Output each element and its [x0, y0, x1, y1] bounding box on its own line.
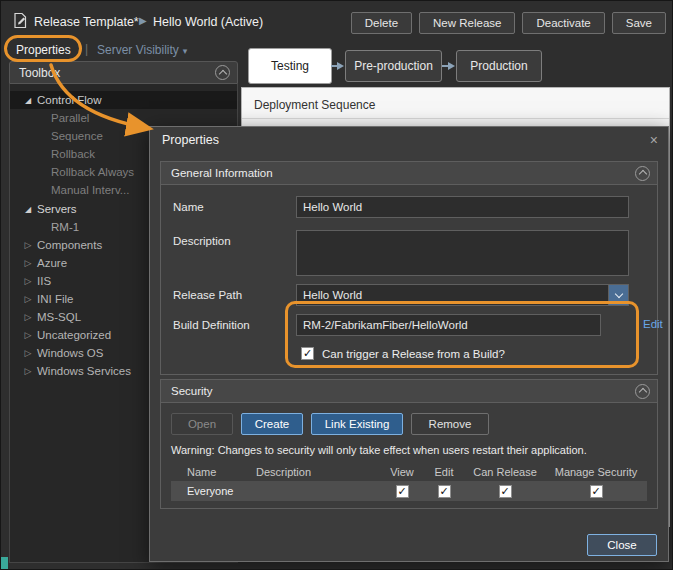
stage-tab-pre-production[interactable]: Pre-production [345, 50, 442, 82]
name-field[interactable] [296, 196, 629, 218]
delete-button[interactable]: Delete [351, 12, 412, 34]
expanded-arrow-icon[interactable]: ◢ [22, 96, 34, 105]
open-button[interactable]: Open [171, 413, 233, 435]
permissions-table-header: Name Description View Edit Can Release M… [171, 463, 647, 481]
save-button[interactable]: Save [612, 12, 666, 34]
stage-tab-testing[interactable]: Testing [248, 48, 332, 84]
name-label: Name [173, 201, 204, 213]
security-section-header: Security [160, 379, 658, 403]
caret-down-icon: ▾ [183, 46, 188, 56]
col-description: Description [256, 466, 381, 478]
can-release-checkbox[interactable]: ✓ [499, 485, 512, 498]
col-manage-security: Manage Security [545, 466, 647, 478]
permissions-table: Name Description View Edit Can Release M… [171, 463, 647, 501]
dialog-title: Properties [150, 133, 650, 147]
scrollbar-thumb[interactable] [1, 557, 8, 570]
chevron-up-icon [638, 388, 646, 396]
table-row-everyone[interactable]: Everyone ✓ ✓ ✓ ✓ [171, 481, 647, 501]
expanded-arrow-icon[interactable]: ◢ [22, 205, 34, 214]
general-information-title: General Information [161, 167, 635, 179]
toolbox-item-parallel[interactable]: Parallel [10, 109, 237, 127]
server-visibility-label: Server Visibility [97, 43, 179, 57]
toolbox-header: Toolbox [9, 61, 238, 84]
breadcrumb-arrow-icon: ▶ [139, 15, 147, 26]
release-path-label: Release Path [173, 289, 242, 301]
view-checkbox[interactable]: ✓ [396, 485, 409, 498]
trigger-release-checkbox[interactable]: ✓ [301, 347, 314, 360]
general-information-section: Name Description Release Path Hello Worl… [160, 185, 658, 375]
deployment-sequence-label: Deployment Sequence [254, 98, 375, 112]
link-existing-button[interactable]: Link Existing [311, 413, 403, 435]
description-field[interactable] [296, 230, 629, 276]
check-icon: ✓ [397, 486, 406, 497]
edit-checkbox[interactable]: ✓ [438, 485, 451, 498]
check-icon: ✓ [303, 348, 312, 359]
close-icon[interactable]: × [650, 132, 668, 148]
stage-tab-production[interactable]: Production [456, 50, 542, 82]
release-template-icon [12, 12, 29, 29]
server-visibility-menu-link[interactable]: Server Visibility▾ [97, 43, 187, 57]
new-release-button[interactable]: New Release [419, 12, 515, 34]
security-warning-text: Warning: Changes to security will only t… [171, 444, 587, 456]
check-icon: ✓ [439, 486, 448, 497]
properties-dialog: Properties × General Information Name De… [149, 126, 669, 562]
collapsed-arrow-icon[interactable]: ▷ [22, 366, 34, 376]
canvas-divider [242, 118, 669, 119]
collapsed-arrow-icon[interactable]: ▷ [22, 240, 34, 250]
toolbox-title: Toolbox [10, 66, 215, 80]
collapsed-arrow-icon[interactable]: ▷ [22, 276, 34, 286]
col-view: View [381, 466, 423, 478]
active-release-title: Hello World (Active) [153, 15, 263, 29]
collapsed-arrow-icon[interactable]: ▷ [22, 330, 34, 340]
release-path-value: Hello World [297, 289, 608, 301]
properties-menu-link[interactable]: Properties [16, 43, 71, 57]
row-name: Everyone [171, 485, 256, 497]
collapsed-arrow-icon[interactable]: ▷ [22, 294, 34, 304]
trigger-release-label: Can trigger a Release from a Build? [322, 348, 505, 360]
release-management-window: Release Template* ▶ Hello World (Active)… [0, 0, 673, 570]
window-title: Release Template* [34, 15, 139, 29]
dialog-titlebar: Properties × [150, 127, 668, 153]
section-collapse-button[interactable] [635, 166, 650, 181]
collapsed-arrow-icon[interactable]: ▷ [22, 348, 34, 358]
col-edit: Edit [423, 466, 465, 478]
description-label: Description [173, 235, 231, 247]
col-name: Name [171, 466, 256, 478]
section-collapse-button[interactable] [635, 384, 650, 399]
security-section: Open Create Link Existing Remove Warning… [160, 403, 658, 509]
edit-link[interactable]: Edit [643, 318, 663, 330]
toolbar: Delete New Release Deactivate Save [351, 12, 666, 34]
toolbox-item-control-flow[interactable]: ◢Control Flow [10, 91, 237, 109]
manage-security-checkbox[interactable]: ✓ [590, 485, 603, 498]
col-can-release: Can Release [465, 466, 545, 478]
general-information-section-header: General Information [160, 161, 658, 185]
chevron-up-icon [638, 170, 646, 178]
build-definition-label: Build Definition [173, 319, 250, 331]
stage-flow-arrow-icon [442, 61, 456, 71]
stage-flow-arrow-icon [331, 61, 345, 71]
chevron-up-icon [218, 69, 226, 77]
security-title: Security [161, 385, 635, 397]
collapsed-arrow-icon[interactable]: ▷ [22, 258, 34, 268]
build-definition-field[interactable] [296, 314, 601, 336]
create-button[interactable]: Create [241, 413, 303, 435]
dropdown-button[interactable] [608, 285, 628, 305]
close-button[interactable]: Close [587, 534, 657, 556]
check-icon: ✓ [500, 486, 509, 497]
deactivate-button[interactable]: Deactivate [522, 12, 604, 34]
check-icon: ✓ [591, 486, 600, 497]
menu-divider: | [85, 42, 88, 56]
release-path-dropdown[interactable]: Hello World [296, 284, 629, 306]
remove-button[interactable]: Remove [411, 413, 489, 435]
chevron-down-icon [614, 290, 622, 298]
toolbox-collapse-button[interactable] [215, 65, 230, 80]
collapsed-arrow-icon[interactable]: ▷ [22, 312, 34, 322]
